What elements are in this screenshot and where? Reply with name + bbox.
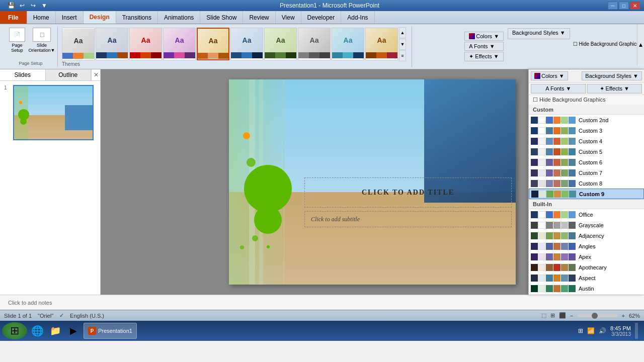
tab-slides[interactable]: Slides [0,69,46,80]
theme-item-8[interactable]: Aa [298,28,331,60]
custom-theme-8[interactable]: Custom 8 [529,178,644,189]
theme-apothecary[interactable]: Apothecary [529,262,644,273]
background-styles-button[interactable]: Background Styles ▼ [508,28,570,39]
notes-placeholder: Click to add notes [8,300,52,306]
powerpoint-taskbar-item[interactable]: P Presentation1 [84,323,137,339]
explorer-icon[interactable]: 📁 [47,323,63,339]
tab-transitions[interactable]: Transitions [116,11,158,24]
notes-bar[interactable]: Click to add notes [0,295,644,310]
redo-icon[interactable]: ↪ [28,1,38,10]
fonts-button[interactable]: A Fonts ▼ [464,42,504,51]
system-tray-icon-1[interactable]: ⊞ [578,327,583,334]
theme-item-4[interactable]: Aa [163,28,196,60]
view-normal-icon[interactable]: ⬚ [541,312,546,319]
tab-developer[interactable]: Developer [301,11,342,24]
tab-review[interactable]: Review [243,11,275,24]
orange-dot [243,132,250,139]
hide-background-checkbox[interactable]: ☐ Hide Background Graphics [572,40,640,48]
ribbon-tabs: File Home Insert Design Transitions Anim… [0,11,644,24]
theme-office[interactable]: Office [529,209,644,220]
theme-colors-list: Custom Custom 2nd Custom 3 Custom 4 [529,105,644,295]
ribbon-content: 📄 PageSetup ⬚ SlideOrientation▼ Page Set… [0,24,644,69]
page-setup-button[interactable]: 📄 PageSetup [7,28,27,53]
close-button[interactable]: ✕ [630,2,640,10]
minimize-button[interactable]: ─ [608,2,618,10]
ribbon-right-buttons: Colors ▼ A Fonts ▼ ✦ Effects ▼ [462,30,506,63]
tab-design[interactable]: Design [84,11,116,24]
theme-item-10[interactable]: Aa [365,28,398,60]
language-label[interactable]: English (U.S.) [70,313,104,319]
quick-access-dropdown-icon[interactable]: ▼ [39,1,49,10]
theme-aspect[interactable]: Aspect [529,273,644,283]
theme-item-5[interactable]: Aa [197,28,229,60]
themes-scroll-up[interactable]: ▲ [399,27,406,38]
maximize-button[interactable]: □ [619,2,629,10]
ie-icon[interactable]: 🌐 [29,323,45,339]
custom-theme-9[interactable]: Custom 9 [529,189,644,199]
spell-check-icon[interactable]: ✓ [59,312,64,319]
fonts-dropdown-btn[interactable]: A Fonts ▼ [531,84,586,94]
media-player-icon[interactable]: ▶ [65,323,82,339]
colors-dropdown-btn[interactable]: Colors ▼ [531,71,568,80]
theme-item-1[interactable]: Aa [62,28,95,60]
theme-angles[interactable]: Angles [529,241,644,251]
theme-apex[interactable]: Apex [529,251,644,262]
zoom-level[interactable]: 62% [629,313,640,319]
background-styles-dropdown-btn[interactable]: Background Styles ▼ [582,71,642,80]
themes-scroll-down[interactable]: ▼ [399,39,406,50]
show-desktop-btn[interactable] [635,323,638,339]
custom-theme-3[interactable]: Custom 3 [529,125,644,136]
custom-theme-2nd[interactable]: Custom 2nd [529,115,644,125]
theme-item-3[interactable]: Aa [129,28,162,60]
slide-orientation-button[interactable]: ⬚ SlideOrientation▼ [29,28,54,53]
undo-icon[interactable]: ↩ [17,1,27,10]
blue-dot [267,245,270,248]
zoom-slider[interactable] [578,314,618,317]
custom-theme-4[interactable]: Custom 4 [529,136,644,146]
view-slide-sorter-icon[interactable]: ⊞ [550,312,555,319]
main-area: Slides Outline ✕ 1 [0,69,644,295]
effects-button[interactable]: ✦ Effects ▼ [464,52,504,61]
builtin-section-label: Built-In [529,199,644,209]
system-tray-icon-2[interactable]: 📶 [587,327,595,334]
system-tray-icon-3[interactable]: 🔊 [599,327,606,334]
subtitle-placeholder[interactable]: Click to add subtitle [304,211,512,227]
system-clock[interactable]: 8:45 PM 3/3/2013 [610,325,631,337]
tab-animations[interactable]: Animations [158,11,200,24]
custom-theme-6[interactable]: Custom 6 [529,157,644,167]
tab-addins[interactable]: Add-Ins [341,11,374,24]
themes-more[interactable]: ≡ [399,50,406,61]
theme-item-6[interactable]: Aa [230,28,263,60]
tab-insert[interactable]: Insert [56,11,84,24]
tab-file[interactable]: File [0,11,27,24]
theme-adjacency[interactable]: Adjacency [529,230,644,241]
tab-home[interactable]: Home [27,11,56,24]
tab-slideshow[interactable]: Slide Show [200,11,243,24]
theme-austin[interactable]: Austin [529,283,644,294]
view-reading-icon[interactable]: ⬛ [559,312,566,319]
panel-close-button[interactable]: ✕ [91,69,100,80]
taskbar: ⊞ 🌐 📁 ▶ P Presentation1 ⊞ 📶 🔊 8:45 PM 3/… [0,321,644,341]
slide-preview-1[interactable] [13,85,94,140]
start-button[interactable]: ⊞ [2,322,27,339]
ribbon-collapse[interactable]: ▲ [637,24,644,65]
zoom-in-icon[interactable]: + [622,313,625,319]
effects-dropdown-btn[interactable]: ✦ Effects ▼ [587,84,642,94]
hide-bg-btn[interactable]: ☐ Hide Background Graphics [529,95,644,105]
status-bar: Slide 1 of 1 "Oriel" ✓ English (U.S.) ⬚ … [0,310,644,321]
theme-blacktie[interactable]: Black Tie [529,294,644,295]
theme-grayscale[interactable]: Grayscale [529,220,644,230]
theme-item-9[interactable]: Aa [332,28,364,60]
custom-theme-5[interactable]: Custom 5 [529,146,644,157]
save-icon[interactable]: 💾 [6,1,16,10]
tab-outline[interactable]: Outline [46,69,92,80]
slide-canvas[interactable]: CLICK TO ADD TITLE Click to add subtitle [229,79,516,285]
themes-label: Themes [62,61,80,67]
theme-item-7[interactable]: Aa [264,28,297,60]
zoom-out-icon[interactable]: − [570,313,573,319]
custom-theme-7[interactable]: Custom 7 [529,167,644,178]
colors-button[interactable]: Colors ▼ [464,32,504,41]
tab-view[interactable]: View [276,11,301,24]
theme-item-2[interactable]: Aa [96,28,128,60]
title-placeholder[interactable]: CLICK TO ADD TITLE [304,177,512,208]
